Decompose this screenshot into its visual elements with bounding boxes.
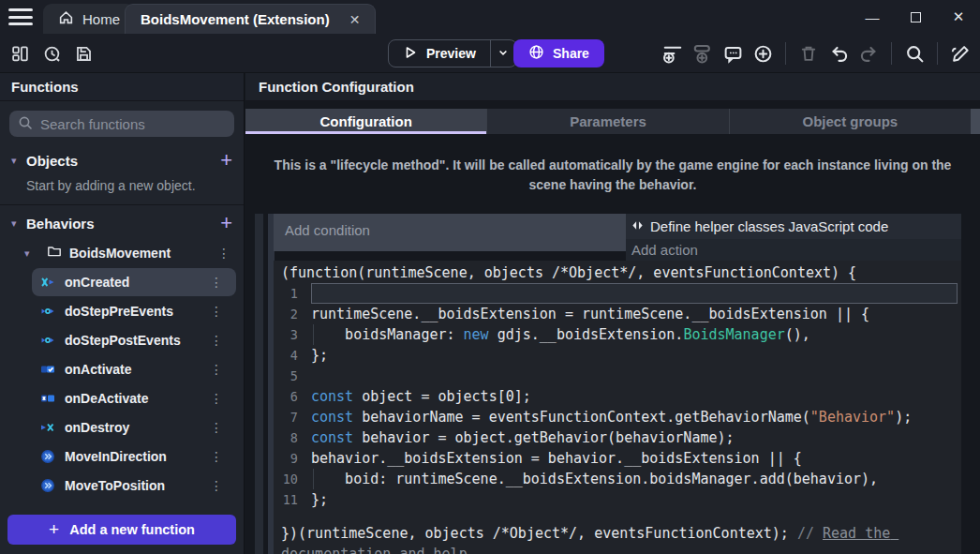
code-token: new xyxy=(464,326,489,343)
code-text: const behaviorName = eventsFunctionConte… xyxy=(311,407,958,427)
titlebar: Home BoidsMovement (Extension) ✕ — ✕ xyxy=(0,0,980,34)
add-circle-icon[interactable] xyxy=(750,41,775,66)
code-line-4[interactable]: 4}; xyxy=(274,345,961,366)
menu-icon[interactable] xyxy=(8,7,33,26)
preview-dropdown-button[interactable] xyxy=(490,40,516,67)
events-editor: Add condition Define helper classes Java… xyxy=(245,210,980,554)
line-number: 8 xyxy=(274,427,311,448)
code-line-10[interactable]: 10 boid: runtimeScene.__boidsExtension.b… xyxy=(274,469,961,489)
sidebar-item-moveindirection[interactable]: MoveInDirection ⋮ xyxy=(32,442,236,471)
sidebar-item-doStepPostEvents[interactable]: doStepPostEvents ⋮ xyxy=(32,326,236,354)
code-line-5[interactable]: 5 xyxy=(274,366,961,386)
close-tab-icon[interactable]: ✕ xyxy=(349,12,361,27)
toolbar-left-group xyxy=(7,41,96,66)
tab-parameters[interactable]: Parameters xyxy=(486,109,728,134)
toolbar-right-group xyxy=(661,41,973,66)
redo-icon[interactable] xyxy=(856,41,881,66)
preview-button[interactable]: Preview xyxy=(388,39,517,67)
gdevelop-window: Home BoidsMovement (Extension) ✕ — ✕ xyxy=(0,0,980,554)
search-icon[interactable] xyxy=(902,41,927,66)
kebab-menu-icon[interactable]: ⋮ xyxy=(217,246,230,261)
add-action-button[interactable]: Add action xyxy=(626,239,961,261)
toggle-panels-icon[interactable] xyxy=(7,41,32,66)
code-text: boid: runtimeScene.__boidsExtension.boid… xyxy=(311,469,958,489)
tab-document[interactable]: BoidsMovement (Extension) ✕ xyxy=(125,4,376,34)
tab-home[interactable]: Home xyxy=(43,4,135,34)
sidebar-item-oncreated[interactable]: onCreated ⋮ xyxy=(32,268,236,296)
add-new-function-label: Add a new function xyxy=(69,522,195,537)
add-new-function-button[interactable]: + Add a new function xyxy=(7,515,236,545)
line-number: 5 xyxy=(274,366,311,386)
code-line-2[interactable]: 2runtimeScene.__boidsExtension = runtime… xyxy=(274,304,961,324)
sidebar-item-label: onCreated xyxy=(65,275,129,290)
collapse-icon[interactable]: ▾ xyxy=(24,247,39,260)
tab-configuration[interactable]: Configuration xyxy=(245,109,486,134)
preview-button-main[interactable]: Preview xyxy=(389,40,490,67)
home-icon xyxy=(58,9,74,28)
minimize-button[interactable]: — xyxy=(851,0,894,34)
preview-label: Preview xyxy=(426,46,476,61)
kebab-menu-icon[interactable]: ⋮ xyxy=(210,391,223,406)
code-token: behavior = object.getBehavior(behaviorNa… xyxy=(353,429,734,446)
objects-section-label: Objects xyxy=(26,153,78,169)
edit-extension-icon[interactable] xyxy=(948,41,973,66)
code-line-9[interactable]: 9behavior.__boidsExtension = behavior.__… xyxy=(274,448,961,469)
code-token: }; xyxy=(311,347,328,364)
sidebar-item-label: onDestroy xyxy=(65,420,129,435)
code-text xyxy=(311,283,958,304)
code-line-3[interactable]: 3 boidsManager: new gdjs.__boidsExtensio… xyxy=(274,324,961,345)
undo-icon[interactable] xyxy=(826,41,851,66)
behavior-group-boidsmovement[interactable]: ▾ BoidsMovement ⋮ xyxy=(0,239,244,267)
search-functions-input[interactable]: Search functions xyxy=(9,111,234,137)
kebab-menu-icon[interactable]: ⋮ xyxy=(210,478,223,493)
kebab-menu-icon[interactable]: ⋮ xyxy=(210,362,223,377)
close-window-button[interactable]: ✕ xyxy=(937,0,980,34)
behavior-group-label: BoidsMovement xyxy=(69,246,171,261)
add-subevent-icon[interactable] xyxy=(690,41,715,66)
collapse-icon[interactable]: ▾ xyxy=(11,155,26,167)
line-number: 1 xyxy=(274,283,311,304)
code-token: (), xyxy=(785,326,810,343)
add-object-button[interactable]: + xyxy=(220,151,232,170)
add-condition-button[interactable]: Add condition xyxy=(274,214,626,251)
share-button[interactable]: Share xyxy=(513,39,604,67)
code-token: BoidsManager xyxy=(683,326,784,343)
sidebar-item-dosteppreevents[interactable]: doStepPreEvents ⋮ xyxy=(32,297,236,325)
add-event-icon[interactable] xyxy=(661,41,685,66)
kebab-menu-icon[interactable]: ⋮ xyxy=(210,275,223,290)
code-line-8[interactable]: 8const behavior = object.getBehavior(beh… xyxy=(274,427,961,448)
event-indent-bar xyxy=(255,214,263,554)
scrollbar-thumb[interactable] xyxy=(971,109,980,134)
objects-section-header[interactable]: ▾ Objects + xyxy=(0,146,244,174)
comment-icon[interactable] xyxy=(720,41,745,66)
code-token: // xyxy=(797,525,823,542)
code-token: ); xyxy=(895,409,912,426)
sidebar-item-ondestroy[interactable]: onDestroy ⋮ xyxy=(32,413,236,442)
code-line-1[interactable]: 1 xyxy=(274,283,961,304)
collapse-icon[interactable]: ▾ xyxy=(11,217,26,230)
maximize-button[interactable] xyxy=(894,0,937,34)
sidebar-item-ondeactivate[interactable]: onDeActivate ⋮ xyxy=(32,384,236,412)
kebab-menu-icon[interactable]: ⋮ xyxy=(210,449,223,464)
history-icon[interactable] xyxy=(39,41,64,66)
code-line-11[interactable]: 11}; xyxy=(274,489,961,510)
behaviors-section-header[interactable]: ▾ Behaviors + xyxy=(0,209,244,237)
lifecycle-description: This is a "lifecycle method". It will be… xyxy=(261,156,964,195)
js-code-event-title[interactable]: Define helper classes JavaScript code xyxy=(626,214,961,239)
kebab-menu-icon[interactable]: ⋮ xyxy=(210,304,223,319)
code-line-7[interactable]: 7const behaviorName = eventsFunctionCont… xyxy=(274,407,961,427)
code-token: behavior.__boidsExtension = behavior.__b… xyxy=(311,450,802,467)
tab-object-groups[interactable]: Object groups xyxy=(729,109,971,134)
sidebar-item-onactivate[interactable]: onActivate ⋮ xyxy=(32,355,236,383)
code-line-6[interactable]: 6const object = objects[0]; xyxy=(274,386,961,407)
sidebar-item-movetoposition[interactable]: MoveToPosition ⋮ xyxy=(32,472,236,500)
kebab-menu-icon[interactable]: ⋮ xyxy=(210,420,223,435)
add-behavior-button[interactable]: + xyxy=(220,214,232,232)
line-number: 11 xyxy=(274,489,311,510)
line-number: 6 xyxy=(274,386,311,407)
save-icon[interactable] xyxy=(71,41,96,66)
kebab-menu-icon[interactable]: ⋮ xyxy=(210,333,223,348)
code-token: boid: runtimeScene.__boidsExtension.boid… xyxy=(311,471,878,487)
javascript-code-editor[interactable]: (function(runtimeScene, objects /*Object… xyxy=(274,261,961,554)
delete-icon[interactable] xyxy=(796,41,821,66)
